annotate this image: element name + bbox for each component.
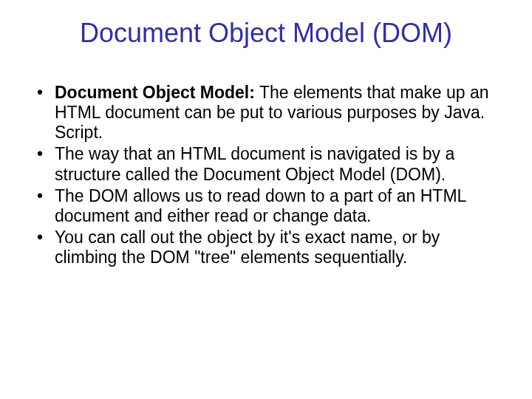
bullet-text: You can call out the object by it's exac…: [55, 228, 440, 267]
bullet-item: The DOM allows us to read down to a part…: [34, 186, 498, 226]
bullet-text: The way that an HTML document is navigat…: [55, 144, 454, 183]
bullet-item: Document Object Model: The elements that…: [34, 83, 498, 143]
bullet-item: You can call out the object by it's exac…: [34, 228, 498, 267]
slide-title: Document Object Model (DOM): [34, 18, 498, 49]
bullet-list: Document Object Model: The elements that…: [34, 83, 498, 267]
bullet-text: The DOM allows us to read down to a part…: [55, 186, 466, 225]
bullet-lead: Document Object Model:: [55, 83, 255, 102]
bullet-item: The way that an HTML document is navigat…: [34, 144, 498, 184]
